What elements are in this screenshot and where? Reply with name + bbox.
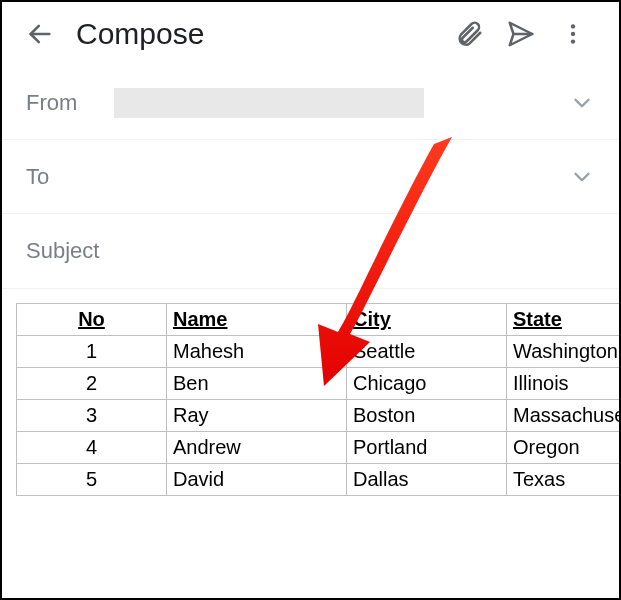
table-row: 1MaheshSeattleWashington: [17, 336, 622, 368]
cell-city: Dallas: [347, 464, 507, 496]
cell-no: 2: [17, 368, 167, 400]
subject-field[interactable]: Subject: [2, 214, 619, 289]
col-name: Name: [167, 304, 347, 336]
to-field[interactable]: To: [2, 140, 619, 214]
back-icon[interactable]: [18, 12, 62, 56]
table-header-row: No Name City State: [17, 304, 622, 336]
cell-name: Mahesh: [167, 336, 347, 368]
cell-name: Ray: [167, 400, 347, 432]
cell-state: Oregon: [507, 432, 622, 464]
cell-name: Andrew: [167, 432, 347, 464]
send-icon[interactable]: [495, 12, 547, 56]
page-title: Compose: [76, 17, 204, 51]
svg-point-3: [571, 24, 575, 28]
subject-label: Subject: [26, 238, 99, 263]
cell-no: 5: [17, 464, 167, 496]
col-no: No: [17, 304, 167, 336]
attach-icon[interactable]: [443, 12, 495, 56]
cell-city: Chicago: [347, 368, 507, 400]
cell-no: 1: [17, 336, 167, 368]
col-state: State: [507, 304, 622, 336]
compose-body[interactable]: No Name City State 1MaheshSeattleWashing…: [2, 289, 619, 510]
col-city: City: [347, 304, 507, 336]
cell-name: David: [167, 464, 347, 496]
table-row: 5DavidDallasTexas: [17, 464, 622, 496]
from-field[interactable]: From: [2, 66, 619, 140]
cell-city: Seattle: [347, 336, 507, 368]
cell-state: Massachusetts: [507, 400, 622, 432]
from-value-redacted: [114, 88, 424, 118]
svg-point-4: [571, 32, 575, 36]
data-table: No Name City State 1MaheshSeattleWashing…: [16, 303, 621, 496]
table-row: 4AndrewPortlandOregon: [17, 432, 622, 464]
more-icon[interactable]: [547, 12, 599, 56]
cell-state: Washington: [507, 336, 622, 368]
cell-state: Texas: [507, 464, 622, 496]
from-label: From: [26, 90, 114, 116]
svg-point-5: [571, 39, 575, 43]
table-row: 3RayBostonMassachusetts: [17, 400, 622, 432]
to-label: To: [26, 164, 114, 190]
cell-no: 3: [17, 400, 167, 432]
chevron-down-icon[interactable]: [569, 90, 595, 116]
compose-toolbar: Compose: [2, 2, 619, 66]
cell-name: Ben: [167, 368, 347, 400]
chevron-down-icon[interactable]: [569, 164, 595, 190]
cell-state: Illinois: [507, 368, 622, 400]
cell-city: Portland: [347, 432, 507, 464]
cell-city: Boston: [347, 400, 507, 432]
table-row: 2BenChicagoIllinois: [17, 368, 622, 400]
cell-no: 4: [17, 432, 167, 464]
